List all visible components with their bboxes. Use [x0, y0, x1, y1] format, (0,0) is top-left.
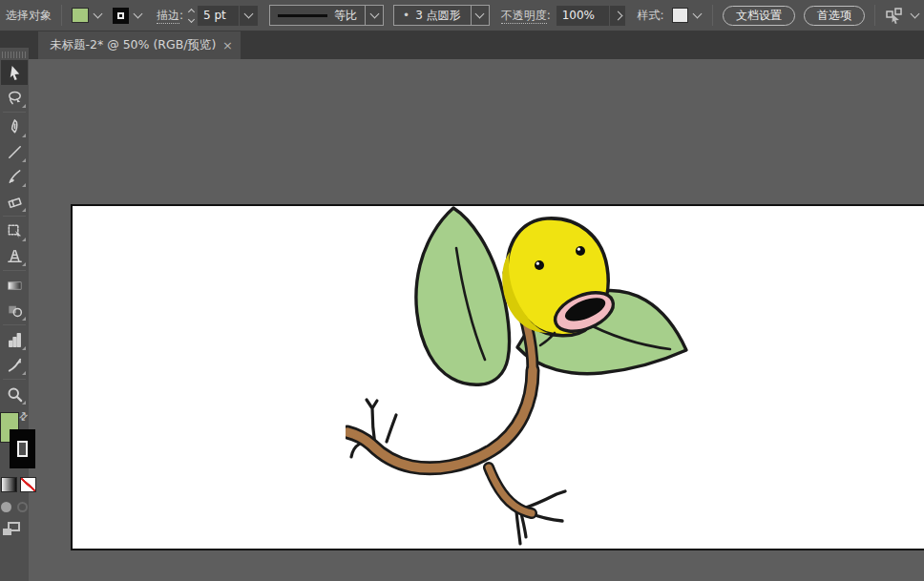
paint-style-row [0, 477, 29, 494]
style-label: 样式: [637, 8, 663, 24]
pen-tool-icon [6, 118, 24, 136]
stepper-down-icon[interactable] [188, 15, 195, 22]
profile-dropdown[interactable] [365, 6, 383, 25]
drawing-modes [0, 502, 29, 512]
tool-separator [3, 379, 26, 380]
document-tab[interactable]: 未标题-2* @ 50% (RGB/预览) × [38, 31, 241, 59]
free-transform-tool-icon [6, 222, 24, 240]
pen-tool[interactable] [1, 114, 28, 139]
stepper-up-icon[interactable] [188, 8, 195, 14]
control-bar: 选择对象 描边: 5 pt 等比 • 3 点圆形 不透明度: 100% 样式: … [0, 0, 924, 31]
chevron-down-icon [475, 10, 485, 19]
stroke-weight-label[interactable]: 描边: [157, 8, 183, 24]
opacity-label[interactable]: 不透明度: [501, 8, 551, 24]
document-tab-title: 未标题-2* @ 50% (RGB/预览) [50, 37, 217, 53]
selection-tool-icon [6, 64, 24, 82]
gradient-tool[interactable] [1, 273, 28, 298]
slice-tool[interactable] [1, 352, 28, 377]
tab-strip: 未标题-2* @ 50% (RGB/预览) × [29, 31, 924, 59]
left-leaf [416, 208, 510, 384]
brush-dropdown[interactable] [471, 6, 489, 25]
eraser-tool-icon [6, 193, 24, 211]
column-graph-tool-icon [6, 331, 24, 349]
screen-mode-button[interactable] [3, 522, 20, 535]
chevron-down-icon[interactable] [693, 10, 703, 19]
zoom-tool-icon [6, 385, 24, 404]
draw-behind-icon[interactable] [17, 502, 28, 512]
zoom-tool[interactable] [1, 382, 28, 406]
left-eye-gleam [536, 262, 539, 265]
paintbrush-tool-icon [6, 168, 24, 186]
shape-builder-tool-icon [6, 301, 24, 320]
stroke-box-hole [17, 441, 28, 457]
left-eye [535, 260, 544, 270]
right-eye-gleam [578, 248, 580, 251]
opacity-slider-button[interactable] [610, 6, 625, 26]
brush-preview-dot: • [403, 9, 410, 22]
paintbrush-tool[interactable] [1, 164, 28, 189]
selection-tool[interactable] [1, 60, 28, 85]
eraser-tool[interactable] [1, 189, 28, 214]
gradient-paint-button[interactable] [1, 477, 17, 492]
column-graph-tool[interactable] [1, 327, 28, 352]
stroke-color-swatch[interactable] [113, 8, 128, 24]
tool-separator [3, 112, 26, 113]
brush-value: 3 点圆形 [415, 8, 460, 24]
free-transform-tool[interactable] [1, 218, 28, 243]
stroke-box[interactable] [10, 429, 35, 468]
document-setup-button[interactable]: 文档设置 [723, 6, 795, 26]
artboard[interactable] [71, 204, 924, 550]
separator [61, 5, 62, 26]
none-paint-button[interactable] [20, 477, 36, 492]
width-profile-select[interactable]: 等比 [269, 5, 384, 26]
perspective-grid-tool-icon [6, 247, 24, 265]
chevron-down-icon [369, 10, 379, 19]
tools-panel: ⇄ [0, 31, 29, 581]
select-similar-objects-icon[interactable] [885, 7, 906, 24]
lasso-tool[interactable] [1, 85, 28, 110]
tool-separator [3, 324, 26, 325]
tool-separator [3, 216, 26, 217]
screen-mode-solid-icon [3, 529, 11, 535]
context-label: 选择对象 [6, 8, 52, 24]
draw-normal-icon[interactable] [1, 502, 11, 512]
line-segment-tool-icon [6, 143, 24, 161]
perspective-grid-tool[interactable] [1, 243, 28, 268]
chevron-down-icon[interactable] [94, 10, 103, 19]
brush-select[interactable]: • 3 点圆形 [393, 5, 490, 26]
chevron-down-icon[interactable] [133, 10, 142, 19]
fill-stroke-control: ⇄ [0, 410, 29, 471]
profile-value: 等比 [334, 8, 357, 24]
preferences-button[interactable]: 首选项 [804, 6, 865, 26]
separator [712, 5, 713, 26]
chevron-down-icon[interactable] [911, 10, 920, 19]
panel-grip-handle[interactable] [2, 52, 27, 58]
bellsprout-artwork[interactable] [346, 206, 708, 550]
lasso-tool-icon [6, 89, 24, 107]
close-icon[interactable]: × [222, 38, 233, 52]
shape-builder-tool[interactable] [1, 298, 28, 322]
stroke-preview-line [278, 14, 327, 17]
stroke-weight-input[interactable]: 5 pt [198, 6, 239, 26]
right-eye [576, 246, 585, 256]
opacity-input[interactable]: 100% [556, 6, 609, 26]
fill-color-swatch[interactable] [72, 8, 89, 23]
stroke-weight-dropdown[interactable] [240, 6, 258, 26]
tools-panel-cap [0, 31, 29, 48]
chevron-down-icon [243, 10, 253, 19]
line-segment-tool[interactable] [1, 139, 28, 164]
stroke-weight-stepper[interactable] [189, 10, 194, 22]
gradient-tool-icon [6, 277, 24, 295]
stroke-hole [117, 12, 124, 19]
chevron-right-icon [613, 10, 622, 20]
canvas-area[interactable] [29, 59, 924, 581]
slice-tool-icon [6, 356, 24, 374]
tool-separator [3, 270, 26, 271]
style-swatch[interactable] [672, 8, 688, 23]
separator [874, 5, 875, 26]
